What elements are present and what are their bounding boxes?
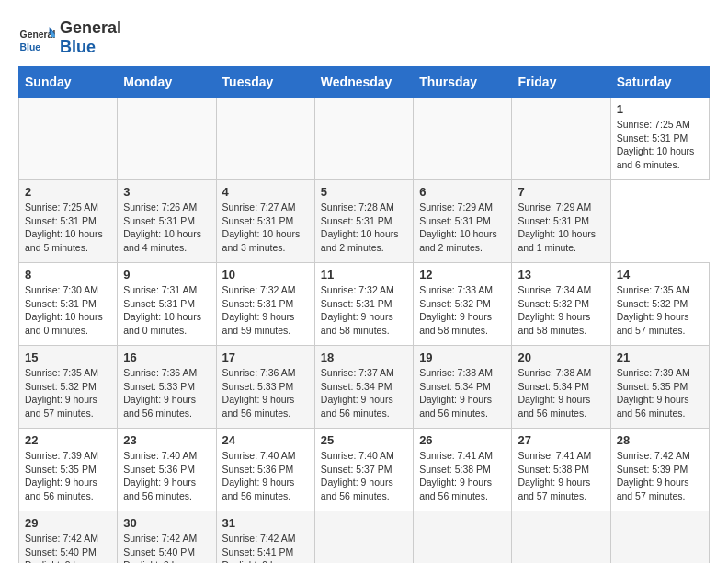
empty-cell xyxy=(118,98,216,180)
empty-cell xyxy=(19,98,118,180)
day-info: Sunrise: 7:35 AMSunset: 5:32 PMDaylight:… xyxy=(25,367,98,419)
day-info: Sunrise: 7:42 AMSunset: 5:41 PMDaylight:… xyxy=(222,533,296,563)
day-info: Sunrise: 7:41 AMSunset: 5:38 PMDaylight:… xyxy=(419,450,493,501)
day-info: Sunrise: 7:40 AMSunset: 5:36 PMDaylight:… xyxy=(222,450,296,501)
day-number: 26 xyxy=(419,433,506,447)
day-number: 21 xyxy=(617,350,703,364)
day-number: 22 xyxy=(25,433,111,447)
calendar-week-5: 29Sunrise: 7:42 AMSunset: 5:40 PMDayligh… xyxy=(19,511,710,564)
calendar-week-0: 1Sunrise: 7:25 AMSunset: 5:31 PMDaylight… xyxy=(19,98,710,180)
day-info: Sunrise: 7:37 AMSunset: 5:34 PMDaylight:… xyxy=(321,367,394,419)
day-info: Sunrise: 7:26 AMSunset: 5:31 PMDaylight:… xyxy=(123,201,201,253)
day-number: 6 xyxy=(419,185,506,199)
day-number: 18 xyxy=(321,350,407,364)
calendar-day-15: 15Sunrise: 7:35 AMSunset: 5:32 PMDayligh… xyxy=(19,346,118,429)
calendar-day-24: 24Sunrise: 7:40 AMSunset: 5:36 PMDayligh… xyxy=(216,429,314,511)
calendar-day-22: 22Sunrise: 7:39 AMSunset: 5:35 PMDayligh… xyxy=(19,429,118,511)
day-info: Sunrise: 7:25 AMSunset: 5:31 PMDaylight:… xyxy=(25,201,103,253)
day-number: 8 xyxy=(25,268,111,282)
calendar-day-5: 5Sunrise: 7:28 AMSunset: 5:31 PMDaylight… xyxy=(314,180,413,263)
calendar-day-30: 30Sunrise: 7:42 AMSunset: 5:40 PMDayligh… xyxy=(118,511,216,564)
day-number: 4 xyxy=(222,185,309,199)
day-number: 27 xyxy=(518,433,604,447)
calendar-day-7: 7Sunrise: 7:29 AMSunset: 5:31 PMDaylight… xyxy=(512,180,610,263)
day-number: 12 xyxy=(419,268,506,282)
calendar-day-4: 4Sunrise: 7:27 AMSunset: 5:31 PMDaylight… xyxy=(216,180,314,263)
header-saturday: Saturday xyxy=(610,67,709,98)
calendar-header-row: SundayMondayTuesdayWednesdayThursdayFrid… xyxy=(19,67,710,98)
day-number: 5 xyxy=(321,185,407,199)
day-info: Sunrise: 7:28 AMSunset: 5:31 PMDaylight:… xyxy=(321,201,399,253)
day-number: 3 xyxy=(123,185,210,199)
calendar-day-21: 21Sunrise: 7:39 AMSunset: 5:35 PMDayligh… xyxy=(610,346,709,429)
day-info: Sunrise: 7:41 AMSunset: 5:38 PMDaylight:… xyxy=(518,450,591,501)
day-info: Sunrise: 7:40 AMSunset: 5:37 PMDaylight:… xyxy=(321,450,394,501)
day-info: Sunrise: 7:39 AMSunset: 5:35 PMDaylight:… xyxy=(617,367,690,419)
calendar-week-4: 22Sunrise: 7:39 AMSunset: 5:35 PMDayligh… xyxy=(19,429,710,511)
calendar-day-6: 6Sunrise: 7:29 AMSunset: 5:31 PMDaylight… xyxy=(414,180,512,263)
day-number: 2 xyxy=(25,185,111,199)
logo-general: General xyxy=(60,18,121,37)
calendar-day-23: 23Sunrise: 7:40 AMSunset: 5:36 PMDayligh… xyxy=(118,429,216,511)
empty-cell xyxy=(512,511,610,564)
logo-icon: General Blue xyxy=(18,19,55,56)
empty-cell xyxy=(414,98,512,180)
calendar-day-18: 18Sunrise: 7:37 AMSunset: 5:34 PMDayligh… xyxy=(314,346,413,429)
day-number: 9 xyxy=(123,268,210,282)
empty-cell xyxy=(216,98,314,180)
day-info: Sunrise: 7:29 AMSunset: 5:31 PMDaylight:… xyxy=(518,201,596,253)
calendar-day-28: 28Sunrise: 7:42 AMSunset: 5:39 PMDayligh… xyxy=(610,429,709,511)
day-info: Sunrise: 7:27 AMSunset: 5:31 PMDaylight:… xyxy=(222,201,301,253)
day-info: Sunrise: 7:33 AMSunset: 5:32 PMDaylight:… xyxy=(419,284,493,336)
calendar-day-20: 20Sunrise: 7:38 AMSunset: 5:34 PMDayligh… xyxy=(512,346,610,429)
calendar-day-3: 3Sunrise: 7:26 AMSunset: 5:31 PMDaylight… xyxy=(118,180,216,263)
day-info: Sunrise: 7:29 AMSunset: 5:31 PMDaylight:… xyxy=(419,201,497,253)
header-sunday: Sunday xyxy=(19,67,118,98)
calendar-day-14: 14Sunrise: 7:35 AMSunset: 5:32 PMDayligh… xyxy=(610,263,709,346)
day-number: 10 xyxy=(222,268,309,282)
day-number: 28 xyxy=(617,433,703,447)
calendar-day-29: 29Sunrise: 7:42 AMSunset: 5:40 PMDayligh… xyxy=(19,511,118,564)
calendar-day-16: 16Sunrise: 7:36 AMSunset: 5:33 PMDayligh… xyxy=(118,346,216,429)
day-info: Sunrise: 7:32 AMSunset: 5:31 PMDaylight:… xyxy=(222,284,296,336)
empty-cell xyxy=(314,98,413,180)
calendar-day-12: 12Sunrise: 7:33 AMSunset: 5:32 PMDayligh… xyxy=(414,263,512,346)
day-number: 29 xyxy=(25,516,111,530)
day-number: 25 xyxy=(321,433,407,447)
calendar-day-31: 31Sunrise: 7:42 AMSunset: 5:41 PMDayligh… xyxy=(216,511,314,564)
header-wednesday: Wednesday xyxy=(314,67,413,98)
day-info: Sunrise: 7:39 AMSunset: 5:35 PMDaylight:… xyxy=(25,450,98,501)
calendar-day-17: 17Sunrise: 7:36 AMSunset: 5:33 PMDayligh… xyxy=(216,346,314,429)
day-info: Sunrise: 7:25 AMSunset: 5:31 PMDaylight:… xyxy=(617,119,695,170)
day-number: 14 xyxy=(617,268,703,282)
day-number: 30 xyxy=(123,516,210,530)
day-number: 17 xyxy=(222,350,309,364)
calendar-day-26: 26Sunrise: 7:41 AMSunset: 5:38 PMDayligh… xyxy=(414,429,512,511)
calendar-day-27: 27Sunrise: 7:41 AMSunset: 5:38 PMDayligh… xyxy=(512,429,610,511)
day-number: 19 xyxy=(419,350,506,364)
day-number: 31 xyxy=(222,516,309,530)
calendar-day-19: 19Sunrise: 7:38 AMSunset: 5:34 PMDayligh… xyxy=(414,346,512,429)
calendar-day-1: 1Sunrise: 7:25 AMSunset: 5:31 PMDaylight… xyxy=(610,98,709,180)
calendar-day-11: 11Sunrise: 7:32 AMSunset: 5:31 PMDayligh… xyxy=(314,263,413,346)
logo-text: General Blue xyxy=(60,18,121,57)
empty-cell xyxy=(512,98,610,180)
day-info: Sunrise: 7:42 AMSunset: 5:40 PMDaylight:… xyxy=(123,533,197,563)
day-info: Sunrise: 7:38 AMSunset: 5:34 PMDaylight:… xyxy=(518,367,591,419)
calendar-day-8: 8Sunrise: 7:30 AMSunset: 5:31 PMDaylight… xyxy=(19,263,118,346)
day-info: Sunrise: 7:35 AMSunset: 5:32 PMDaylight:… xyxy=(617,284,690,336)
header-thursday: Thursday xyxy=(414,67,512,98)
day-info: Sunrise: 7:42 AMSunset: 5:40 PMDaylight:… xyxy=(25,533,98,563)
calendar-week-2: 8Sunrise: 7:30 AMSunset: 5:31 PMDaylight… xyxy=(19,263,710,346)
day-info: Sunrise: 7:42 AMSunset: 5:39 PMDaylight:… xyxy=(617,450,690,501)
empty-cell xyxy=(314,511,413,564)
logo-blue: Blue xyxy=(60,38,96,56)
day-number: 20 xyxy=(518,350,604,364)
header-tuesday: Tuesday xyxy=(216,67,314,98)
empty-cell xyxy=(610,511,709,564)
day-number: 24 xyxy=(222,433,309,447)
day-info: Sunrise: 7:34 AMSunset: 5:32 PMDaylight:… xyxy=(518,284,591,336)
day-info: Sunrise: 7:31 AMSunset: 5:31 PMDaylight:… xyxy=(123,284,201,336)
day-number: 13 xyxy=(518,268,604,282)
calendar-day-10: 10Sunrise: 7:32 AMSunset: 5:31 PMDayligh… xyxy=(216,263,314,346)
